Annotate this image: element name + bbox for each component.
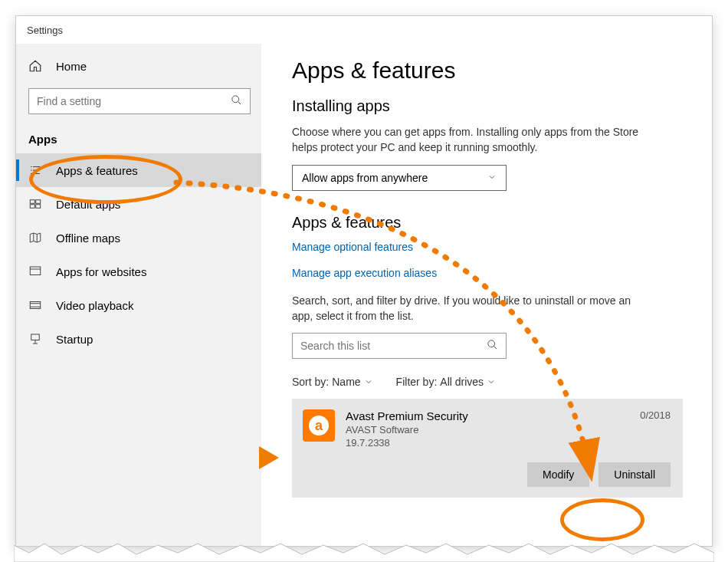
window-title-text: Settings (27, 25, 63, 36)
svg-point-0 (232, 96, 239, 103)
map-icon (28, 231, 42, 245)
svg-line-23 (494, 347, 497, 350)
apps-features-header: Apps & features (292, 214, 681, 232)
svg-rect-9 (36, 200, 41, 204)
svg-rect-14 (30, 267, 41, 275)
app-install-date: 0/2018 (640, 409, 671, 421)
installing-apps-desc: Choose where you can get apps from. Inst… (292, 124, 652, 156)
app-list-item[interactable]: a Avast Premium Security AVAST Software … (292, 399, 683, 498)
search-icon (487, 339, 498, 353)
sort-label: Sort by: (292, 376, 329, 388)
svg-rect-8 (30, 200, 34, 204)
chevron-down-icon (487, 172, 497, 184)
svg-rect-10 (30, 205, 34, 209)
link-manage-optional-features[interactable]: Manage optional features (292, 241, 681, 253)
home-icon (28, 59, 42, 73)
main-content: Apps & features Installing apps Choose w… (261, 44, 712, 546)
sidebar: Home Apps Apps & features Default ap (16, 44, 261, 546)
startup-icon (28, 332, 42, 346)
page-title: Apps & features (292, 58, 681, 84)
search-icon (231, 94, 242, 108)
sidebar-item-label: Default apps (56, 198, 120, 211)
chevron-down-icon (487, 377, 496, 386)
filter-label: Filter by: (396, 376, 438, 388)
sidebar-item-apps-features[interactable]: Apps & features (16, 153, 261, 187)
list-desc: Search, sort, and filter by drive. If yo… (292, 293, 652, 324)
sort-value: Name (332, 376, 360, 388)
sidebar-item-label: Startup (56, 333, 93, 346)
sort-filter-row: Sort by: Name Filter by: All drives (292, 376, 681, 388)
avast-icon: a (303, 409, 335, 442)
chevron-down-icon (364, 377, 373, 386)
app-name: Avast Premium Security (346, 409, 629, 422)
sidebar-item-default-apps[interactable]: Default apps (16, 187, 261, 221)
apps-list-search[interactable] (292, 333, 507, 359)
installing-apps-header: Installing apps (292, 97, 681, 115)
uninstall-button[interactable]: Uninstall (598, 462, 671, 487)
app-version: 19.7.2338 (346, 437, 629, 449)
svg-rect-19 (31, 334, 40, 340)
sidebar-item-offline-maps[interactable]: Offline maps (16, 221, 261, 255)
sidebar-search[interactable] (28, 88, 251, 114)
video-icon (28, 298, 42, 312)
sidebar-item-startup[interactable]: Startup (16, 322, 261, 356)
window-title: Settings (16, 16, 712, 44)
defaults-icon (28, 197, 42, 211)
link-manage-app-execution-aliases[interactable]: Manage app execution aliases (292, 267, 681, 279)
sidebar-item-label: Offline maps (56, 232, 120, 245)
app-publisher: AVAST Software (346, 424, 629, 435)
window-body: Home Apps Apps & features Default ap (16, 44, 712, 546)
website-icon (28, 265, 42, 278)
sidebar-item-label: Apps & features (56, 164, 138, 177)
sidebar-item-video-playback[interactable]: Video playback (16, 288, 261, 322)
sort-by[interactable]: Sort by: Name (292, 376, 373, 388)
sidebar-search-input[interactable] (37, 95, 231, 107)
list-icon (28, 163, 42, 177)
sidebar-item-label: Apps for websites (56, 265, 146, 278)
nav-home-label: Home (56, 60, 87, 73)
sidebar-section-apps: Apps (16, 128, 261, 153)
modify-button[interactable]: Modify (527, 462, 589, 487)
filter-by[interactable]: Filter by: All drives (396, 376, 496, 388)
svg-rect-16 (30, 302, 41, 309)
filter-value: All drives (440, 376, 484, 388)
sidebar-item-apps-for-websites[interactable]: Apps for websites (16, 255, 261, 288)
installing-apps-dropdown[interactable]: Allow apps from anywhere (292, 165, 507, 191)
sidebar-item-label: Video playback (56, 299, 133, 312)
svg-point-22 (488, 340, 495, 347)
settings-window: Settings Home Apps Apps & featur (15, 15, 713, 547)
nav-home[interactable]: Home (16, 51, 261, 81)
dropdown-value: Allow apps from anywhere (302, 172, 428, 184)
apps-list-search-input[interactable] (300, 340, 487, 352)
svg-rect-11 (36, 205, 41, 209)
svg-line-1 (238, 101, 241, 104)
